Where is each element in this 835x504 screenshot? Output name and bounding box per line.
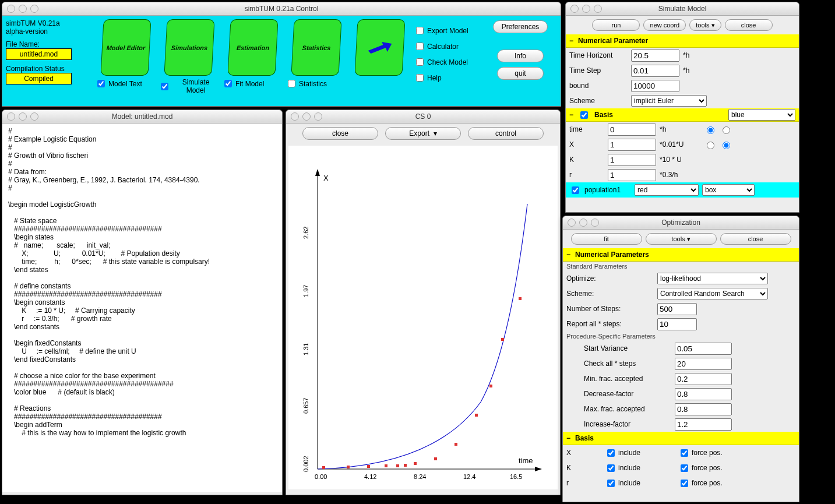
minus-icon[interactable]: − [569, 111, 573, 119]
calculator-check[interactable] [416, 43, 424, 50]
b-k-input[interactable] [608, 154, 656, 166]
report-input[interactable] [657, 318, 697, 330]
zoom-icon[interactable] [314, 112, 322, 121]
min-icon[interactable] [302, 112, 311, 121]
x-radio1[interactable] [707, 142, 714, 149]
quit-button[interactable]: quit [497, 67, 544, 80]
close-button[interactable]: close [725, 19, 773, 31]
b-time-input[interactable] [608, 124, 656, 136]
minus-icon[interactable]: − [566, 251, 570, 259]
x-radio2[interactable] [723, 142, 730, 149]
x-force-check[interactable] [681, 449, 688, 457]
model-text-check[interactable] [97, 80, 105, 87]
minus-icon[interactable]: − [566, 434, 570, 442]
close-button[interactable]: close [720, 233, 791, 245]
time-radio1[interactable] [707, 126, 714, 134]
zoom-icon[interactable] [591, 218, 599, 227]
close-icon[interactable] [570, 5, 579, 13]
simulations-card[interactable]: Simulations Simulate Model [157, 16, 221, 106]
filename-button[interactable]: untitled.mod [6, 48, 72, 60]
close-button[interactable]: close [302, 127, 378, 140]
time-horizon-input[interactable] [631, 50, 679, 62]
tools-card[interactable] [348, 16, 411, 106]
k-force-check[interactable] [681, 464, 688, 472]
close-icon[interactable] [291, 112, 299, 121]
minus-icon[interactable]: − [569, 37, 573, 45]
help-check[interactable] [416, 74, 424, 82]
export-button[interactable]: Export ▾ [385, 127, 461, 140]
if-input[interactable] [675, 418, 732, 431]
section-header[interactable]: −Basis [563, 432, 799, 445]
df-input[interactable] [675, 388, 732, 400]
section-header[interactable]: −Numerical Parameters [563, 248, 799, 262]
newcoord-button[interactable]: new coord [643, 19, 686, 31]
x-include-check[interactable] [607, 449, 615, 457]
b-x-input[interactable] [608, 139, 656, 151]
min-icon[interactable] [19, 5, 27, 13]
model-editor-card[interactable]: Model Editor Model Text [94, 16, 157, 106]
titlebar[interactable]: CS 0 [286, 110, 560, 124]
svg-rect-5 [347, 466, 350, 468]
r-include-check[interactable] [607, 480, 615, 487]
pop-check[interactable] [572, 186, 579, 194]
titlebar[interactable]: Model: untitled.mod [2, 110, 282, 124]
preferences-button[interactable]: Preferences [493, 20, 548, 33]
export-model-check[interactable] [416, 27, 424, 34]
population-row[interactable]: population1redbox [566, 182, 799, 198]
filename-label: File Name: [6, 40, 90, 48]
scheme-label: Scheme: [566, 290, 654, 298]
basis-check[interactable] [580, 111, 588, 119]
simulate-check[interactable] [161, 83, 168, 90]
scheme-select[interactable]: Controlled Random Search [657, 288, 768, 299]
compile-status-button[interactable]: Compiled [6, 73, 72, 84]
section-header[interactable]: −Basisblue [566, 108, 799, 122]
chart-svg: X time 0.002 0.657 1.31 1.97 2.62 0.00 4… [288, 146, 555, 487]
close-icon[interactable] [568, 218, 576, 227]
bound-input[interactable] [631, 80, 679, 92]
zoom-icon[interactable] [30, 112, 38, 121]
time-radio2[interactable] [723, 126, 730, 134]
titlebar[interactable]: Simulate Model [566, 2, 799, 16]
estimation-card[interactable]: Estimation Fit Model [221, 16, 284, 106]
model-source-text[interactable]: # # Example Logistic Equation # # Growth… [2, 124, 282, 492]
r-force-check[interactable] [681, 480, 688, 487]
info-button[interactable]: Info [497, 50, 544, 62]
b-r-input[interactable] [608, 169, 656, 181]
stat-check[interactable] [288, 80, 295, 87]
optimize-select[interactable]: log-likelihood [657, 273, 768, 284]
mx-label: Max. frac. accepted [584, 405, 671, 413]
min-icon[interactable] [579, 218, 587, 227]
min-icon[interactable] [582, 5, 590, 13]
plot-area[interactable]: X time 0.002 0.657 1.31 1.97 2.62 0.00 4… [288, 146, 558, 489]
k-include-check[interactable] [607, 464, 615, 472]
close-icon[interactable] [7, 5, 15, 13]
pop-style-select[interactable]: box [702, 184, 755, 196]
ca-input[interactable] [675, 358, 732, 370]
window-title: simbTUM 0.21a Control [2, 5, 561, 13]
zoom-icon[interactable] [30, 5, 38, 13]
run-button[interactable]: run [592, 19, 640, 31]
mf-label: Min. frac. accepted [584, 375, 671, 383]
tools-button[interactable]: tools ▾ [646, 233, 717, 245]
statistics-card[interactable]: Statistics Statistics [284, 16, 348, 106]
fit-button[interactable]: fit [571, 233, 642, 245]
zoom-icon[interactable] [594, 5, 602, 13]
sv-input[interactable] [675, 343, 732, 355]
scheme-select[interactable]: implicit Euler [631, 95, 707, 107]
mf-input[interactable] [675, 373, 732, 385]
basis-color-select[interactable]: blue [728, 109, 795, 121]
fit-check[interactable] [224, 80, 232, 87]
close-icon[interactable] [7, 112, 15, 121]
time-step-input[interactable] [631, 65, 679, 77]
mx-input[interactable] [675, 403, 732, 415]
nsteps-input[interactable] [657, 303, 697, 315]
b-r-label: r [569, 171, 604, 179]
titlebar[interactable]: Optimization [563, 216, 799, 230]
min-icon[interactable] [19, 112, 27, 121]
tools-button[interactable]: tools ▾ [689, 19, 721, 31]
check-model-check[interactable] [416, 58, 424, 66]
control-button[interactable]: control [468, 127, 544, 140]
pop-color-select[interactable]: red [635, 184, 699, 196]
section-header[interactable]: −Numerical Parameter [566, 34, 799, 48]
titlebar[interactable]: simbTUM 0.21a Control [2, 2, 561, 16]
